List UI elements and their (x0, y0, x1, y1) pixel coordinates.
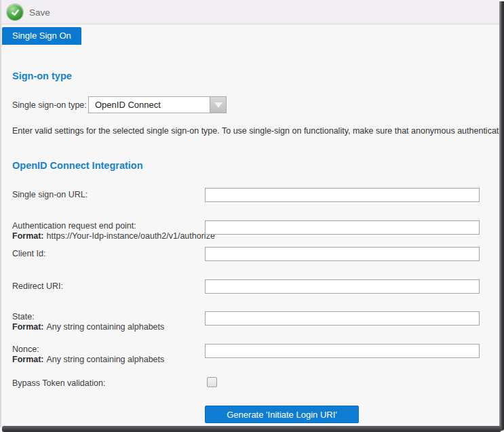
auth-endpoint-format-hint: Format:https://Your-Idp-instance/oauth2/… (12, 231, 215, 241)
client-id-label: Client Id: (12, 249, 45, 259)
signon-type-dropdown[interactable]: OpenID Connect (88, 96, 227, 113)
sso-url-input[interactable] (205, 188, 480, 202)
signon-description-text: Enter valid settings for the selected si… (12, 126, 499, 136)
sso-settings-window: Save Single Sign On Sign-on type Single … (0, 0, 504, 432)
settings-content-panel: Sign-on type Single sign-on type: OpenID… (1, 45, 499, 425)
signon-type-heading: Sign-on type (12, 71, 72, 81)
state-label: State: Format:Any string containing alph… (12, 312, 164, 332)
bypass-token-label: Bypass Token validation: (12, 378, 105, 389)
chevron-down-icon[interactable] (210, 97, 226, 113)
tab-single-sign-on[interactable]: Single Sign On (2, 27, 81, 45)
redirect-uri-label: Redirect URI: (12, 281, 63, 292)
nonce-input[interactable] (205, 344, 480, 358)
generate-initiate-login-uri-button[interactable]: Generate 'Initiate Login URI' (205, 406, 359, 423)
client-id-input[interactable] (205, 247, 480, 261)
signon-type-label: Single sign-on type: (12, 100, 87, 111)
state-input[interactable] (205, 311, 480, 326)
save-button[interactable]: Save (7, 3, 56, 21)
window-left-border (0, 0, 1, 427)
nonce-label-text: Nonce: (12, 345, 164, 355)
save-button-label: Save (29, 7, 50, 18)
auth-endpoint-label-text: Authentication request end point: (12, 221, 215, 231)
window-bottom-border (2, 426, 501, 432)
state-format-hint: Format:Any string containing alphabets (12, 322, 164, 332)
toolbar: Save (1, 0, 499, 24)
oidc-integration-heading: OpenID Connect Integration (12, 160, 143, 171)
state-label-text: State: (12, 312, 164, 322)
auth-endpoint-input[interactable] (205, 220, 480, 235)
signon-type-selected-value: OpenID Connect (95, 97, 161, 113)
nonce-label: Nonce: Format:Any string containing alph… (12, 345, 164, 365)
redirect-uri-input[interactable] (205, 279, 480, 294)
auth-endpoint-label: Authentication request end point: Format… (12, 221, 215, 241)
nonce-format-hint: Format:Any string containing alphabets (12, 355, 164, 365)
window-right-border (499, 1, 504, 431)
sso-url-label: Single sign-on URL: (12, 190, 88, 200)
save-check-icon (7, 4, 23, 20)
bypass-token-checkbox[interactable] (207, 377, 217, 387)
